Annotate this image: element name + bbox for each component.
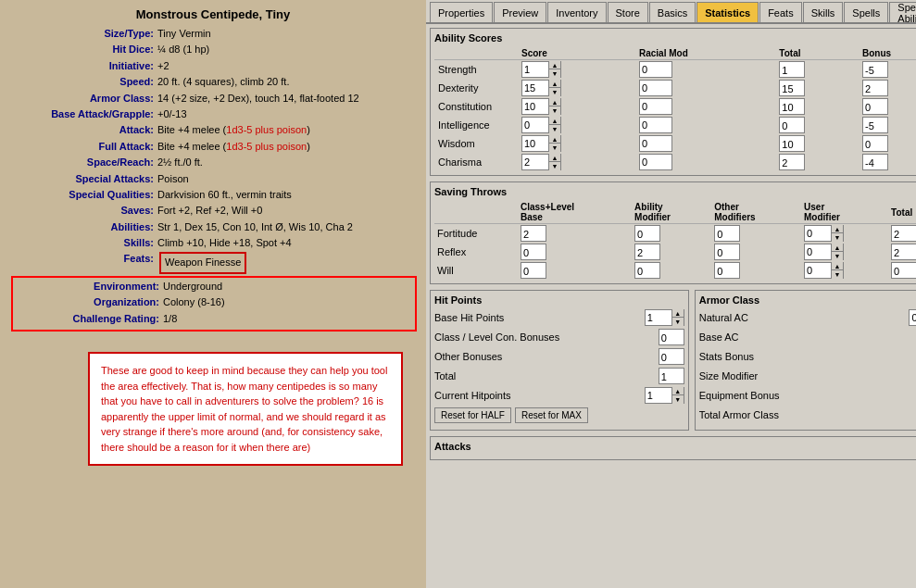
ability-total: 0 (775, 116, 859, 134)
tab-statistics[interactable]: Statistics (696, 2, 759, 22)
plain-input[interactable] (639, 80, 672, 96)
spinner-up[interactable]: ▲ (832, 225, 843, 233)
ability-row: Dexterity▲▼152 (434, 79, 916, 97)
spinner-group: ▲▼ (804, 262, 844, 279)
tab-store[interactable]: Store (608, 2, 648, 22)
spinner-input[interactable] (522, 155, 548, 169)
attacks-title: Attacks (434, 441, 916, 452)
tab-feats[interactable]: Feats (759, 2, 802, 22)
spinner-up[interactable]: ▲ (549, 154, 560, 162)
spinner-up[interactable]: ▲ (549, 98, 560, 106)
col-racial: Racial Mod (635, 47, 775, 60)
stat-value: 20 ft. (4 squares), climb 20 ft. (157, 75, 289, 89)
st-col-user: UserModifier (801, 201, 888, 224)
damage-link[interactable]: 1d3-5 plus poison (226, 141, 307, 152)
stat-row: Organization:Colony (8-16) (15, 295, 413, 309)
spinner-down[interactable]: ▼ (549, 106, 560, 115)
spinner-input[interactable] (522, 136, 548, 151)
spinner-input[interactable] (646, 310, 671, 325)
col-name (434, 47, 518, 60)
save-user: ▲▼ (801, 243, 888, 261)
spinner-down[interactable]: ▼ (832, 233, 843, 242)
annotation-text: These are good to keep in mind because t… (101, 365, 387, 453)
spinner-down[interactable]: ▼ (549, 69, 560, 78)
stat-value: Fort +2, Ref +2, Will +0 (157, 204, 262, 218)
spinner-down[interactable]: ▼ (549, 125, 560, 133)
ability-score: ▲▼ (518, 134, 635, 153)
spinner-down[interactable]: ▼ (549, 162, 560, 170)
tab-preview[interactable]: Preview (494, 2, 546, 22)
plain-input[interactable] (639, 154, 672, 170)
right-layout: Ability Scores Score Racial Mod Total Bo… (426, 24, 916, 588)
spinner-down[interactable]: ▼ (672, 318, 684, 326)
stat-label: Space/Reach: (9, 156, 157, 169)
stat-row: Initiative:+2 (9, 59, 417, 73)
tab-spells[interactable]: Spells (844, 2, 888, 22)
stat-value: +2 (157, 59, 169, 73)
spinner-input[interactable] (522, 118, 548, 132)
hp-section: Hit Points Base Hit Points▲▼Class / Leve… (430, 290, 689, 431)
damage-link[interactable]: 1d3-5 plus poison (226, 124, 307, 135)
stat-label: Challenge Rating: (15, 312, 163, 326)
spinner-up[interactable]: ▲ (549, 117, 560, 125)
stat-value: Underground (163, 280, 222, 294)
spinner-input[interactable] (910, 310, 916, 325)
spinner-up[interactable]: ▲ (549, 135, 560, 144)
stat-label: Initiative: (9, 59, 157, 73)
spinner-group: ▲▼ (521, 117, 561, 133)
spinner-up[interactable]: ▲ (672, 387, 684, 395)
spinner-up[interactable]: ▲ (549, 80, 560, 88)
ability-bonus: 0 (859, 134, 916, 153)
value-box: 0 (714, 244, 740, 260)
save-other: 0 (711, 224, 801, 244)
spinner-down[interactable]: ▼ (549, 144, 560, 152)
spinner-group: ▲▼ (521, 98, 561, 115)
ability-racial (635, 153, 775, 171)
ac-section: Armor Class Natural AC▲▼Base AC10Stats B… (695, 290, 916, 431)
plain-input[interactable] (639, 117, 672, 133)
save-row: Reflex020▲▼2 (434, 243, 916, 261)
reset-half-button[interactable]: Reset for HALF (434, 407, 511, 423)
value-box: 1 (659, 368, 684, 384)
spinner-down[interactable]: ▼ (549, 88, 560, 96)
save-user: ▲▼ (801, 224, 888, 244)
spinner-down[interactable]: ▼ (832, 270, 843, 279)
spinner-group: ▲▼ (909, 309, 916, 326)
spinner-group: ▲▼ (521, 80, 561, 96)
value-box: 15 (779, 80, 805, 96)
stat-value: Tiny Vermin (157, 27, 211, 41)
spinner-input[interactable] (805, 244, 831, 259)
plain-input[interactable] (639, 61, 672, 78)
spinner-input[interactable] (522, 62, 548, 77)
value-box: 0 (779, 117, 805, 133)
spinner-down[interactable]: ▼ (672, 395, 684, 404)
spinner-input[interactable] (805, 226, 831, 241)
tab-basics[interactable]: Basics (649, 2, 696, 22)
spinner-up[interactable]: ▲ (672, 309, 684, 318)
spinner-input[interactable] (646, 388, 671, 403)
plain-input[interactable] (639, 135, 672, 152)
spinner-down[interactable]: ▼ (832, 252, 843, 260)
spinner-up[interactable]: ▲ (549, 61, 560, 69)
tab-inventory[interactable]: Inventory (547, 2, 606, 22)
spinner-up[interactable]: ▲ (832, 262, 843, 270)
stat-value: Darkvision 60 ft., vermin traits (157, 188, 292, 202)
spinner-input[interactable] (805, 263, 831, 278)
spinner-up[interactable]: ▲ (832, 244, 843, 252)
tab-properties[interactable]: Properties (430, 2, 493, 22)
spinner-input[interactable] (522, 99, 548, 114)
col-total: Total (775, 47, 859, 60)
right-panel: PropertiesPreviewInventoryStoreBasicsSta… (426, 0, 916, 588)
value-box: -5 (862, 61, 888, 78)
reset-max-button[interactable]: Reset for MAX (515, 407, 588, 423)
save-ability: 2 (632, 243, 711, 261)
stat-row: Challenge Rating:1/8 (15, 312, 413, 326)
tab-skills[interactable]: Skills (803, 2, 844, 22)
plain-input[interactable] (639, 98, 672, 115)
stat-label: Special Attacks: (9, 172, 157, 186)
tab-special-abili...[interactable]: Special Abili... (889, 2, 916, 22)
save-ability: 0 (632, 224, 711, 244)
ability-total: 15 (775, 79, 859, 97)
value-box: 0 (714, 225, 740, 242)
spinner-input[interactable] (522, 81, 548, 95)
